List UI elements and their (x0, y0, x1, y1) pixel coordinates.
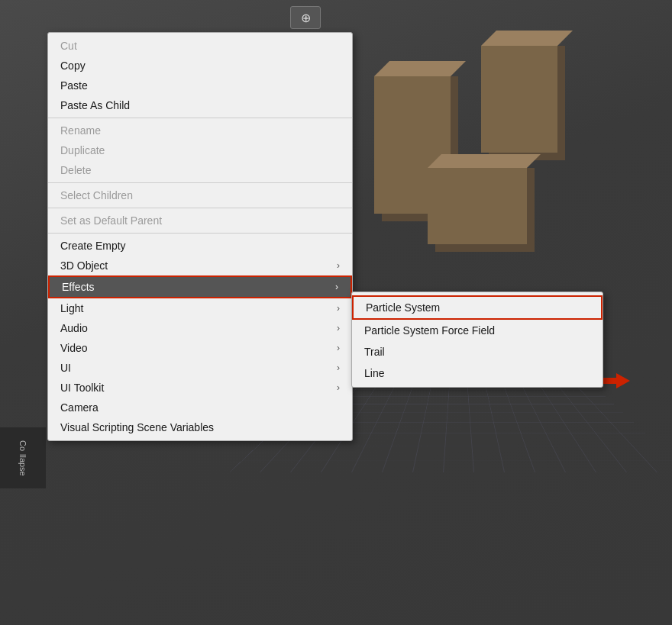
submenu-item-line[interactable]: Line (352, 362, 603, 384)
menu-item-label-3d-object: 3D Object (60, 259, 108, 272)
arrow-icon-effects: › (335, 282, 338, 292)
arrow-icon-audio: › (337, 323, 340, 333)
menu-item-label-light: Light (60, 302, 83, 314)
menu-item-3d-object[interactable]: 3D Object› (48, 256, 352, 275)
menu-item-label-audio: Audio (60, 322, 88, 334)
submenu-item-trail[interactable]: Trail (352, 341, 603, 362)
menu-item-label-ui: UI (60, 362, 71, 374)
left-panel: Co llapse (0, 427, 46, 488)
menu-item-select-children: Select Children (48, 185, 352, 205)
menu-item-label-paste-as-child: Paste As Child (60, 99, 130, 111)
menu-item-label-effects: Effects (62, 281, 95, 293)
menu-item-rename: Rename (48, 121, 352, 140)
menu-item-effects[interactable]: Effects› (48, 275, 352, 298)
menu-item-duplicate: Duplicate (48, 140, 352, 160)
arrow-icon-light: › (337, 303, 340, 314)
submenu-item-particle-system-force-field[interactable]: Particle System Force Field (352, 320, 603, 341)
menu-item-delete: Delete (48, 160, 352, 180)
context-submenu: Particle SystemParticle System Force Fie… (351, 292, 603, 388)
arrow-icon-ui: › (337, 362, 340, 373)
menu-item-set-default-parent: Set as Default Parent (48, 211, 352, 230)
menu-item-ui-toolkit[interactable]: UI Toolkit› (48, 378, 352, 398)
menu-item-paste[interactable]: Paste (48, 76, 352, 95)
menu-item-label-create-empty: Create Empty (60, 240, 126, 252)
menu-item-cut: Cut (48, 36, 352, 56)
menu-item-video[interactable]: Video› (48, 338, 352, 358)
menu-item-copy[interactable]: Copy (48, 56, 352, 76)
arrow-icon-3d-object: › (337, 260, 340, 271)
move-icon: ⊕ (301, 11, 311, 25)
menu-item-label-select-children: Select Children (60, 189, 133, 201)
menu-item-label-paste: Paste (60, 79, 88, 92)
menu-item-label-rename: Rename (60, 124, 101, 137)
menu-item-visual-scripting[interactable]: Visual Scripting Scene Variables (48, 417, 352, 437)
arrow-icon-ui-toolkit: › (337, 382, 340, 393)
menu-item-label-visual-scripting: Visual Scripting Scene Variables (60, 421, 214, 433)
menu-item-ui[interactable]: UI› (48, 358, 352, 378)
block-bottom-center (428, 168, 527, 244)
menu-item-label-video: Video (60, 342, 88, 354)
menu-item-label-cut: Cut (60, 40, 77, 52)
menu-separator-4 (48, 118, 352, 118)
menu-item-label-delete: Delete (60, 164, 91, 176)
blocks-container (351, 31, 626, 321)
menu-item-audio[interactable]: Audio› (48, 318, 352, 338)
menu-item-light[interactable]: Light› (48, 298, 352, 318)
menu-item-label-camera: Camera (60, 401, 99, 414)
menu-item-camera[interactable]: Camera (48, 398, 352, 417)
menu-item-label-ui-toolkit: UI Toolkit (60, 382, 104, 394)
menu-item-paste-as-child[interactable]: Paste As Child (48, 95, 352, 115)
menu-item-label-set-default-parent: Set as Default Parent (60, 214, 162, 227)
menu-item-label-copy: Copy (60, 60, 86, 72)
menu-separator-10 (48, 208, 352, 208)
menu-item-label-duplicate: Duplicate (60, 144, 105, 156)
menu-separator-12 (48, 233, 352, 234)
left-panel-text-2: llapse (18, 454, 27, 476)
context-menu: CutCopyPastePaste As ChildRenameDuplicat… (47, 32, 353, 441)
menu-separator-8 (48, 182, 352, 183)
left-panel-text-1: Co (18, 440, 27, 451)
toolbar-icon[interactable]: ⊕ (290, 6, 321, 29)
block-top-right (481, 46, 557, 153)
menu-item-create-empty[interactable]: Create Empty (48, 236, 352, 256)
arrow-icon-video: › (337, 343, 340, 353)
submenu-item-particle-system[interactable]: Particle System (352, 295, 603, 320)
